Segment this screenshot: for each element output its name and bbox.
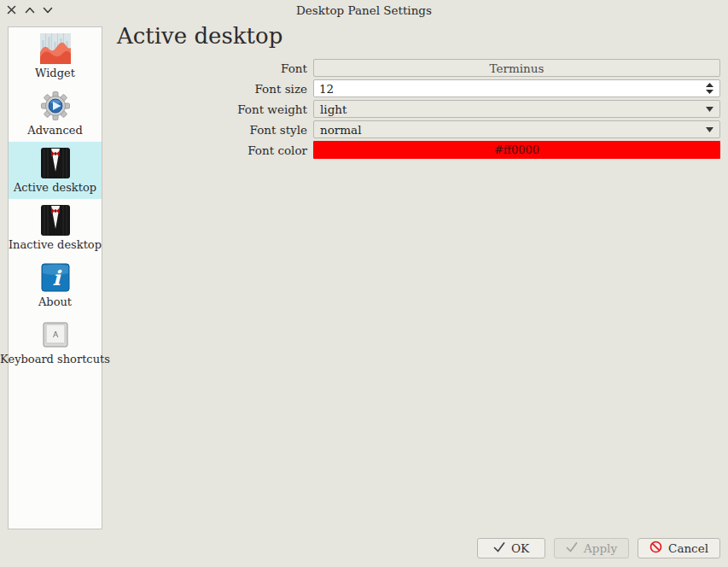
font-color-button[interactable]: #ff0000 (313, 141, 720, 159)
gear-icon (40, 91, 71, 121)
font-style-label: Font style (111, 120, 313, 138)
font-weight-label: Font weight (111, 100, 313, 118)
font-size-input[interactable] (314, 80, 699, 96)
keyboard-key-icon: A (40, 319, 71, 350)
font-weight-dropdown[interactable]: light (313, 100, 720, 118)
font-size-label: Font size (111, 79, 313, 97)
sidebar-item-widget[interactable]: Widget (9, 27, 102, 85)
tuxedo-icon (40, 148, 71, 178)
check-icon (493, 541, 505, 555)
info-icon: i (40, 262, 71, 293)
sidebar-item-label: Keyboard shortcuts (0, 353, 110, 365)
page-title: Active desktop (117, 23, 282, 49)
settings-form: Font Terminus Font size Font weight (111, 59, 720, 161)
ok-button[interactable]: OK (477, 538, 545, 558)
dialog-buttons: OK Apply Cancel (477, 538, 720, 558)
font-size-row: Font size (111, 79, 720, 97)
sidebar-item-label: Active desktop (14, 181, 96, 194)
sidebar-item-active-desktop[interactable]: Active desktop (9, 142, 102, 199)
font-color-label: Font color (111, 141, 313, 159)
sidebar-item-inactive-desktop[interactable]: Inactive desktop (9, 199, 102, 256)
chart-widget-icon (40, 33, 71, 64)
chevron-down-icon (706, 127, 713, 132)
font-style-value: normal (320, 123, 361, 137)
sidebar-item-label: Advanced (27, 124, 82, 137)
sidebar-item-keyboard-shortcuts[interactable]: A Keyboard shortcuts (9, 313, 102, 371)
font-picker-value: Terminus (490, 61, 545, 75)
ok-button-label: OK (511, 541, 529, 555)
font-weight-row: Font weight light (111, 100, 720, 118)
cancel-button[interactable]: Cancel (638, 538, 720, 558)
sidebar-item-about[interactable]: i About (9, 256, 102, 313)
font-picker-button[interactable]: Terminus (313, 59, 720, 77)
spinner-arrows-icon[interactable] (699, 80, 719, 96)
check-icon (566, 541, 578, 555)
cancel-icon (649, 541, 662, 556)
font-weight-value: light (320, 102, 347, 116)
sidebar-item-label: Widget (35, 67, 75, 79)
chevron-down-icon (706, 107, 713, 112)
sidebar-item-advanced[interactable]: Advanced (9, 85, 102, 142)
font-style-dropdown[interactable]: normal (313, 120, 720, 138)
sidebar-item-label: About (38, 295, 72, 308)
font-style-row: Font style normal (111, 120, 720, 138)
tuxedo-icon (40, 205, 71, 236)
font-color-value: #ff0000 (494, 143, 539, 156)
desktop-panel-settings-dialog: { "window": { "title": "Desktop Panel Se… (0, 0, 728, 567)
svg-text:A: A (52, 330, 58, 339)
sidebar-item-label: Inactive desktop (9, 238, 102, 251)
font-size-stepper (313, 79, 720, 97)
font-label: Font (111, 59, 313, 77)
apply-button-label: Apply (584, 541, 617, 555)
font-color-row: Font color #ff0000 (111, 141, 720, 159)
cancel-button-label: Cancel (668, 541, 708, 555)
sidebar: Widget Advanced (8, 26, 102, 529)
font-row: Font Terminus (111, 59, 720, 77)
apply-button[interactable]: Apply (554, 538, 629, 558)
window-title: Desktop Panel Settings (0, 3, 728, 17)
